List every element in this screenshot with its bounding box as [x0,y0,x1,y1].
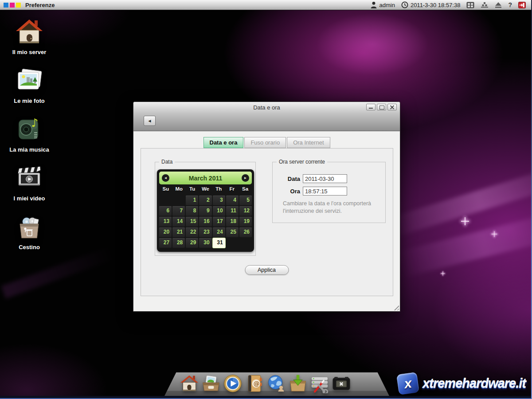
window-header[interactable]: Data e ora ◄ [133,102,400,131]
server-time-note: Cambiare la data e l'ora comporterà l'in… [283,200,382,215]
photos-icon [201,374,221,393]
date-group-label: Data [159,159,175,165]
dock-item-contacts[interactable]: @ [244,373,265,394]
back-button[interactable]: ◄ [144,116,156,126]
calendar-day[interactable]: 10 [213,206,225,216]
widgets-icon[interactable] [481,2,489,8]
grid-icon[interactable] [466,2,474,8]
desktop-item-music[interactable]: ♪ La mia musica [0,115,59,153]
calendar-day[interactable]: 29 [186,238,198,248]
eject-icon[interactable] [495,2,502,8]
close-icon[interactable] [387,104,397,110]
svg-text:♪: ♪ [31,116,39,129]
desktop-item-label: Il mio server [0,49,59,55]
desktop-item-photos[interactable]: Le mie foto [0,66,59,104]
calendar-day[interactable]: 20 [159,227,172,237]
sparkle-star [441,272,445,276]
user-menu[interactable]: admin [371,1,395,8]
calendar-day[interactable]: 26 [239,227,252,237]
watermark: x xtremehardware.it [398,373,526,394]
nebula-streak [387,164,532,238]
videos-icon [15,164,43,192]
help-icon[interactable]: ? [508,1,512,8]
tab-ora-internet[interactable]: Ora Internet [287,137,330,148]
screen-bottom-edge [0,396,532,399]
calendar-day[interactable]: 17 [213,217,225,227]
date-field[interactable] [303,174,347,183]
calendar-day-header: Su [159,186,172,195]
desktop-item-label: Le mie foto [0,98,59,104]
calendar-day[interactable]: 25 [226,227,239,237]
watermark-text: xtremehardware.it [422,376,526,391]
clock-text: 2011-3-30 18:57:38 [411,2,461,8]
dock-item-downloads[interactable] [288,373,308,394]
calendar-month-title: March 2011 [189,175,223,182]
calendar-next-icon[interactable]: ► [242,174,249,182]
calendar-day[interactable]: 8 [186,206,198,216]
calendar-day-headers: SuMoTuWeThFrSa [159,186,252,195]
calendar-day[interactable]: 28 [172,238,185,248]
tab-data-e-ora[interactable]: Data e ora [203,137,244,148]
calendar-day[interactable]: 7 [172,206,185,216]
calendar-day[interactable]: 14 [172,217,185,227]
calendar-header: ◄ March 2011 ► [159,172,252,184]
date-groupbox: Data ◄ March 2011 ► SuMoTuWeThFrSa 12345… [155,162,256,256]
minimize-icon[interactable] [366,104,376,110]
tab-fuso-orario[interactable]: Fuso orario [244,137,286,148]
calendar-day[interactable]: 15 [186,217,198,227]
calendar-day[interactable]: 9 [199,206,211,216]
music-icon: ♪ [15,115,43,144]
calendar-day[interactable]: 11 [226,206,239,216]
dock-item-toolbox[interactable] [331,373,352,394]
dock-item-media-player[interactable] [223,373,243,394]
calendar-empty-cell [239,238,252,248]
desktop-item-trash[interactable]: Cestino [0,213,59,250]
calendar-empty-cell [226,238,239,248]
calendar-day-header: Fr [225,186,239,195]
user-icon [371,1,377,8]
dock-item-photos[interactable] [201,373,221,394]
calendar-day[interactable]: 3 [213,196,225,205]
desktop-item-videos[interactable]: I miei video [0,164,59,202]
dock-item-network[interactable] [266,373,286,394]
apply-button[interactable]: Applica [245,265,289,275]
calendar-day[interactable]: 21 [172,227,185,237]
calendar-day[interactable]: 16 [199,217,211,227]
menubar-title: Preferenze [25,2,55,8]
calendar-day[interactable]: 24 [213,227,225,237]
time-field-label: Ora [273,188,300,195]
logout-icon[interactable] [518,2,526,8]
time-field[interactable] [303,187,347,196]
calendar-day[interactable]: 18 [226,217,239,227]
desktop-item-server[interactable]: Il mio server [0,18,59,55]
calendar-day[interactable]: 19 [239,217,252,227]
calendar-day[interactable]: 2 [199,196,211,205]
server-time-groupbox: Ora server corrente Data Ora Cambiare la… [272,162,386,223]
calendar-prev-icon[interactable]: ◄ [162,174,169,182]
calendar-day[interactable]: 4 [226,196,239,205]
calendar-day[interactable]: 1 [186,196,198,205]
home-icon [180,374,199,393]
calendar-day-header: Th [212,186,225,195]
calendar-day-header: We [199,186,212,195]
calendar-day[interactable]: 31 [213,238,225,248]
calendar-grid: 1234567891011121314151617181920212223242… [159,196,252,248]
network-icon [266,374,286,393]
dock-item-home[interactable] [179,373,200,394]
date-field-label: Data [273,176,300,182]
calendar-day[interactable]: 23 [199,227,211,237]
calendar-day-header: Mo [172,186,186,195]
calendar-day[interactable]: 6 [159,206,172,216]
sparkle-star [492,231,497,237]
calendar-empty-cell [159,196,172,205]
calendar-day[interactable]: 12 [239,206,252,216]
calendar-day[interactable]: 22 [186,227,198,237]
nebula-streak [1,246,114,298]
calendar-day-header: Sa [239,186,252,195]
calendar-day[interactable]: 30 [199,238,211,248]
calendar-day[interactable]: 5 [239,196,252,205]
dock-item-disk-utility[interactable] [309,373,330,394]
calendar-day[interactable]: 27 [159,238,172,248]
maximize-icon[interactable] [377,104,386,110]
calendar-day[interactable]: 13 [159,217,172,227]
